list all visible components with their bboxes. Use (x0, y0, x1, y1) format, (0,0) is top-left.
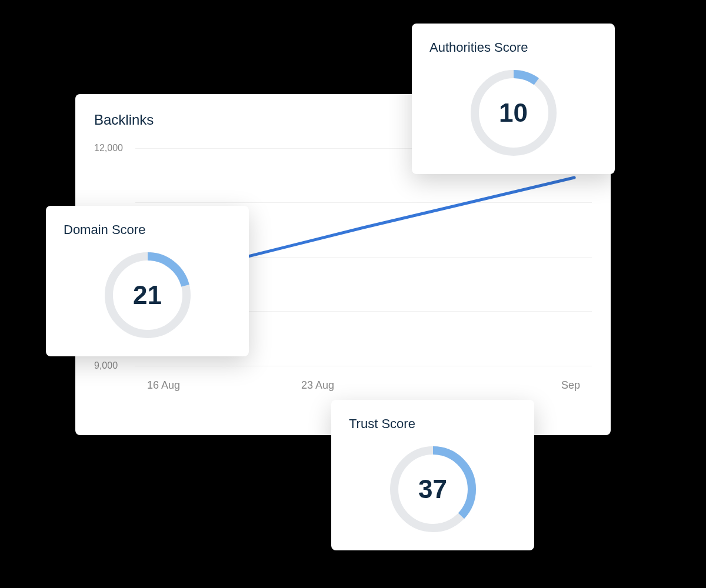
authorities-score-card: Authorities Score 10 (412, 24, 615, 174)
authorities-score-gauge: 10 (467, 66, 561, 160)
trust-score-value: 37 (418, 475, 447, 504)
trust-score-gauge: 37 (386, 442, 480, 536)
x-axis: 16 Aug 23 Aug Sep (135, 379, 592, 392)
domain-score-card: Domain Score 21 (46, 206, 249, 356)
domain-score-title: Domain Score (64, 222, 231, 238)
domain-score-gauge: 21 (101, 248, 195, 342)
trust-score-card: Trust Score 37 (331, 400, 534, 550)
y-tick-1: 9,000 (94, 360, 118, 371)
y-tick-0: 12,000 (94, 143, 123, 153)
trust-score-title: Trust Score (349, 416, 517, 432)
authorities-score-title: Authorities Score (429, 40, 597, 55)
x-tick-2: Sep (561, 379, 580, 392)
x-tick-0: 16 Aug (147, 379, 180, 392)
gridline (135, 366, 592, 366)
domain-score-value: 21 (133, 280, 162, 310)
authorities-score-value: 10 (499, 98, 528, 128)
x-tick-1: 23 Aug (301, 379, 334, 392)
